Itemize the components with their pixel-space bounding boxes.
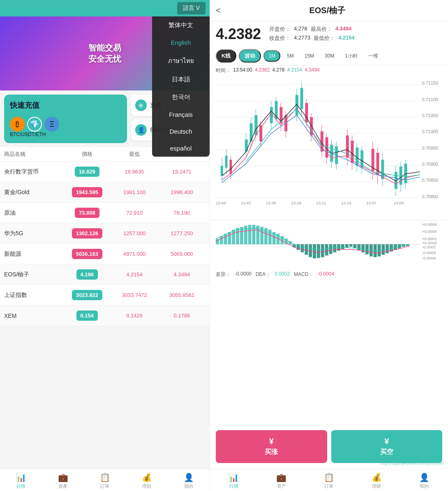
- right-orders-label: 订单: [324, 483, 333, 489]
- lang-item-french[interactable]: Français: [152, 106, 210, 123]
- usdt-icon: 💎: [27, 117, 42, 132]
- pair-title: EOS/柚子: [225, 5, 430, 16]
- time-val1: 4.2382: [255, 67, 270, 74]
- banner-line1: 智能交易: [88, 42, 121, 53]
- right-nav-item-assets[interactable]: 💼 资产: [258, 472, 305, 489]
- svg-text:-0.0004: -0.0004: [422, 250, 436, 255]
- right-finance-icon: 💰: [372, 472, 382, 482]
- macd-label: MACD：: [294, 271, 313, 278]
- banner-text: 智能交易 安全无忧: [88, 42, 121, 65]
- period-1h-tab[interactable]: 1小时: [341, 51, 362, 62]
- profile-nav-icon: 👤: [184, 472, 194, 482]
- assets-nav-icon: 💼: [58, 472, 68, 482]
- eth-icon: Ξ: [44, 117, 59, 132]
- market-nav-label: 行情: [16, 483, 25, 489]
- row-price-4: 5036.163: [63, 249, 111, 259]
- row-high-6: 3055.8561: [158, 292, 206, 298]
- right-nav-item-market[interactable]: 📊 行情: [210, 472, 258, 489]
- svg-rect-49: [300, 88, 303, 109]
- lang-item-english[interactable]: English: [152, 34, 210, 51]
- svg-text:+0.0006: +0.0006: [422, 222, 437, 227]
- svg-rect-123: [349, 244, 353, 247]
- table-row[interactable]: EOS/柚子 4.196 4.2154 4.3494: [0, 264, 210, 285]
- svg-text:13:35: 13:35: [266, 201, 276, 205]
- left-panel: 語言 V 繁体中文 English ภาษาไทย 日本語 한국어 França…: [0, 0, 210, 491]
- time-label: 时间：: [216, 67, 231, 74]
- svg-text:13:21: 13:21: [316, 201, 326, 205]
- svg-rect-125: [357, 244, 360, 250]
- table-row[interactable]: 央行数字货币 18.829 18.8635 19.2471: [0, 162, 210, 182]
- wave-tab[interactable]: 波动: [239, 49, 261, 63]
- lang-item-japanese[interactable]: 日本語: [152, 71, 210, 88]
- svg-rect-116: [321, 244, 324, 257]
- nav-item-finance[interactable]: 💰 理財: [126, 472, 168, 489]
- time-val3: 4.2154: [287, 67, 302, 74]
- row-high-2: 76.190: [158, 210, 206, 216]
- lang-item-traditional-chinese[interactable]: 繁体中文: [152, 16, 210, 34]
- right-nav-item-profile[interactable]: 👤 我的: [400, 472, 448, 489]
- svg-text:0.71000: 0.71000: [422, 129, 438, 134]
- buy-down-button[interactable]: ¥ 买空: [331, 430, 443, 463]
- left-bottom-nav: 📊 行情 💼 資產 📋 訂單 💰 理財 👤 我的: [0, 469, 210, 491]
- market-list: 央行数字货币 18.829 18.8635 19.2471 黄金/Gold 19…: [0, 162, 210, 469]
- language-button[interactable]: 語言 V: [177, 2, 206, 14]
- kline-tab[interactable]: K线: [216, 49, 236, 63]
- table-row[interactable]: XEM 0.154 0.1426 0.1786: [0, 306, 210, 326]
- row-low-7: 0.1426: [111, 313, 158, 319]
- buy-up-button[interactable]: ¥ 买涨: [216, 430, 327, 463]
- market-nav-icon: 📊: [16, 472, 26, 482]
- quick-charge-card[interactable]: 快速充值 ₿ 💎 Ξ BTC/USDT/ETH: [4, 95, 127, 143]
- buy-up-icon: ¥: [269, 437, 274, 446]
- svg-text:13:49: 13:49: [216, 201, 226, 205]
- row-high-3: 1277.250: [158, 230, 206, 236]
- row-name-3: 华为5G: [4, 230, 63, 237]
- back-button[interactable]: <: [216, 6, 221, 15]
- nav-item-market[interactable]: 📊 行情: [0, 472, 42, 489]
- table-row[interactable]: 新能源 5036.163 4971.000 5069.000: [0, 244, 210, 264]
- lang-item-thai[interactable]: ภาษาไทย: [152, 51, 210, 71]
- right-orders-icon: 📋: [324, 472, 334, 482]
- svg-rect-95: [236, 228, 239, 244]
- diff-label: 差异：: [216, 271, 231, 278]
- quick-charge-sub: BTC/USDT/ETH: [10, 132, 46, 137]
- nav-item-assets[interactable]: 💼 資產: [42, 472, 84, 489]
- table-row[interactable]: 上证指数 3023.822 3033.7472 3055.8561: [0, 285, 210, 306]
- table-row[interactable]: 华为5G 1302.126 1257.000 1277.250: [0, 223, 210, 244]
- dea-val: 0.0002: [275, 271, 290, 278]
- orders-nav-icon: 📋: [100, 472, 110, 482]
- chart-tabs: K线 波动 1M 5M 15M 30M 1小时 一维: [210, 47, 448, 65]
- svg-text:13:28: 13:28: [291, 201, 301, 205]
- lang-item-spanish[interactable]: español: [152, 140, 210, 157]
- svg-rect-29: [229, 160, 232, 174]
- right-market-label: 行情: [229, 483, 238, 489]
- svg-text:0.71050: 0.71050: [422, 113, 438, 118]
- period-1m-tab[interactable]: 1M: [263, 50, 280, 62]
- period-1d-tab[interactable]: 一维: [364, 51, 382, 62]
- recharge-icon: ⊕: [135, 100, 147, 111]
- nav-item-orders[interactable]: 📋 訂單: [84, 472, 126, 489]
- nav-item-profile[interactable]: 👤 我的: [168, 472, 210, 489]
- svg-rect-93: [228, 232, 231, 244]
- right-nav-item-finance[interactable]: 💰 理财: [353, 472, 400, 489]
- table-row[interactable]: 黄金/Gold 1943.595 1981.100 1996.400: [0, 182, 210, 203]
- row-high-5: 4.3494: [158, 271, 206, 278]
- header-price: 價格: [63, 151, 111, 158]
- svg-text:0.71100: 0.71100: [422, 97, 438, 102]
- row-price-6: 3023.822: [63, 290, 111, 300]
- period-15m-tab[interactable]: 15M: [300, 51, 318, 61]
- lang-item-korean[interactable]: 한국어: [152, 88, 210, 106]
- macd-val: -0.0004: [317, 271, 334, 278]
- period-5m-tab[interactable]: 5M: [283, 51, 298, 61]
- svg-text:0.70950: 0.70950: [422, 146, 438, 151]
- spacer: [210, 280, 448, 424]
- svg-text:13:42: 13:42: [241, 201, 251, 205]
- lang-item-german[interactable]: Deutsch: [152, 123, 210, 140]
- svg-rect-31: [245, 139, 248, 152]
- price-area: 4.2382 开盘价： 4.278 最高价： 4.3494 收盘价： 4.277…: [210, 21, 448, 47]
- period-30m-tab[interactable]: 30M: [321, 51, 338, 61]
- finance-nav-icon: 💰: [142, 472, 152, 482]
- table-row[interactable]: 原油 73.808 72.910 76.190: [0, 203, 210, 223]
- svg-rect-115: [317, 244, 320, 258]
- svg-rect-118: [329, 244, 333, 254]
- right-nav-item-orders[interactable]: 📋 订单: [305, 472, 353, 489]
